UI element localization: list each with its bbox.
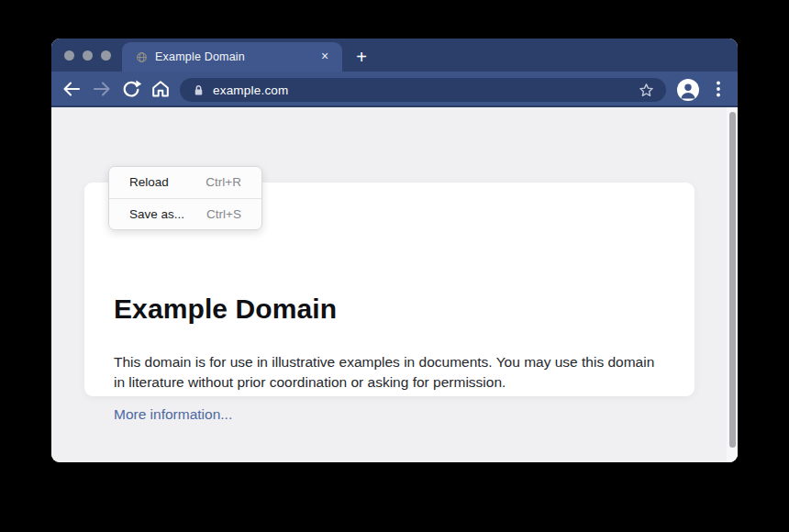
- menu-item-shortcut: Ctrl+R: [206, 175, 241, 189]
- context-menu: Reload Ctrl+R Save as... Ctrl+S: [108, 166, 262, 230]
- window-zoom-button[interactable]: [101, 50, 111, 61]
- browser-window: Example Domain × + exam: [51, 39, 738, 462]
- tab-strip: Example Domain × +: [51, 39, 738, 72]
- forward-icon[interactable]: [91, 78, 113, 100]
- context-menu-item-reload[interactable]: Reload Ctrl+R: [109, 167, 261, 198]
- overflow-menu-icon[interactable]: [707, 78, 729, 100]
- reload-icon[interactable]: [120, 78, 142, 100]
- scrollbar-track[interactable]: [727, 107, 738, 462]
- profile-avatar-icon[interactable]: [677, 79, 699, 101]
- new-tab-button[interactable]: +: [350, 47, 372, 69]
- scrollbar-thumb[interactable]: [729, 112, 736, 448]
- address-bar[interactable]: example.com: [180, 78, 666, 102]
- tab-example-domain[interactable]: Example Domain ×: [122, 42, 342, 72]
- menu-item-label: Reload: [129, 175, 169, 189]
- tab-close-icon[interactable]: ×: [315, 47, 335, 67]
- page-viewport: Example Domain This domain is for use in…: [51, 107, 738, 462]
- window-minimize-button[interactable]: [83, 50, 93, 61]
- bookmark-star-icon[interactable]: [638, 82, 655, 99]
- globe-favicon-icon: [136, 51, 148, 63]
- back-icon[interactable]: [61, 78, 83, 100]
- menu-item-shortcut: Ctrl+S: [206, 207, 241, 221]
- more-information-link[interactable]: More information...: [114, 406, 232, 423]
- window-close-button[interactable]: [64, 50, 74, 61]
- page-paragraph: This domain is for use in illustrative e…: [114, 352, 657, 393]
- context-menu-item-save-as[interactable]: Save as... Ctrl+S: [109, 198, 261, 230]
- menu-item-label: Save as...: [129, 207, 184, 221]
- tab-title: Example Domain: [155, 50, 315, 63]
- lock-icon: [192, 83, 206, 97]
- url-text: example.com: [213, 83, 638, 97]
- page-title: Example Domain: [114, 294, 337, 325]
- browser-toolbar: example.com: [51, 72, 738, 107]
- home-icon[interactable]: [150, 78, 172, 100]
